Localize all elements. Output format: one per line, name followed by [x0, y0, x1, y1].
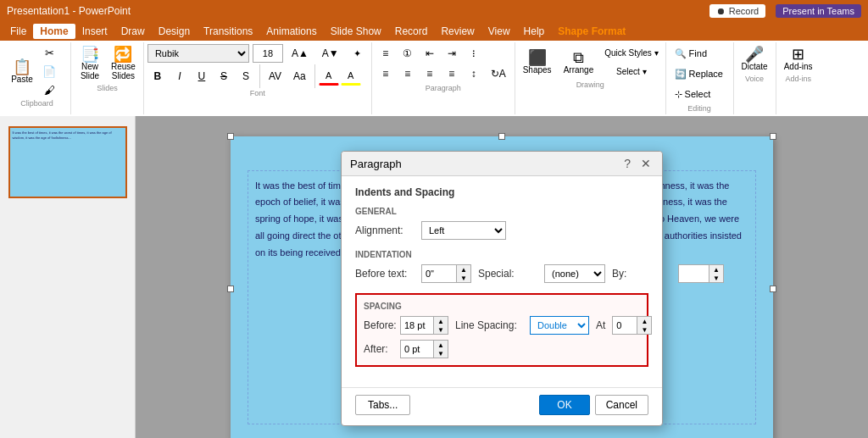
menu-shape-format[interactable]: Shape Format — [551, 24, 632, 39]
menu-transitions[interactable]: Transitions — [197, 24, 259, 39]
highlight-button[interactable]: A — [341, 67, 361, 86]
tabs-button[interactable]: Tabs... — [355, 395, 410, 415]
char-spacing-button[interactable]: AV — [264, 67, 287, 86]
drawing-label: Drawing — [519, 80, 662, 89]
change-case-button[interactable]: Aa — [288, 67, 311, 86]
ribbon-main: 📋 Paste ✂ 📄 🖌 Clipboard 📑 NewSlide � — [0, 41, 868, 116]
font-name-select[interactable]: Rubik — [147, 44, 249, 63]
justify-button[interactable]: ≡ — [442, 64, 462, 83]
font-size-input[interactable] — [253, 44, 283, 63]
ribbon-group-editing: 🔍 Find 🔄 Replace ⊹ Select Editing — [666, 42, 734, 114]
before-text-spin-btns: ▲ ▼ — [456, 265, 470, 282]
after-spacing-spin-btns: ▲ ▼ — [433, 341, 448, 358]
at-down[interactable]: ▼ — [637, 325, 651, 334]
shapes-button[interactable]: ⬛ Shapes — [519, 47, 556, 77]
special-select[interactable]: (none) First line Hanging — [544, 264, 605, 283]
select-editing-button[interactable]: ⊹ Select — [670, 85, 716, 103]
menu-file[interactable]: File — [3, 24, 33, 39]
font-row-1: Rubik A▲ A▼ ✦ — [147, 44, 368, 63]
dialog-close-button[interactable]: ✕ — [638, 157, 654, 170]
before-text-up[interactable]: ▲ — [457, 265, 470, 274]
new-slide-button[interactable]: 📑 NewSlide — [75, 44, 105, 83]
shapes-icon: ⬛ — [528, 50, 547, 65]
before-spacing-spinner: ▲ ▼ — [400, 316, 448, 335]
by-input[interactable] — [679, 265, 709, 282]
by-up[interactable]: ▲ — [709, 265, 723, 274]
align-left-button[interactable]: ≡ — [376, 64, 396, 83]
addins-button[interactable]: ⊞ Add-ins — [780, 44, 817, 74]
menu-view[interactable]: View — [481, 24, 517, 39]
clipboard-content: 📋 Paste ✂ 📄 🖌 — [7, 44, 59, 98]
clear-format-button[interactable]: ✦ — [348, 44, 368, 63]
cancel-button[interactable]: Cancel — [595, 395, 648, 415]
record-button[interactable]: ⏺ Record — [709, 4, 765, 18]
before-spacing-input[interactable] — [401, 317, 433, 334]
menu-record[interactable]: Record — [388, 24, 435, 39]
select-button[interactable]: Select ▾ — [601, 63, 661, 80]
align-right-button[interactable]: ≡ — [420, 64, 440, 83]
dictate-button[interactable]: 🎤 Dictate — [737, 44, 772, 74]
before-text-input[interactable] — [422, 265, 456, 282]
paste-label: Paste — [11, 75, 33, 84]
find-button[interactable]: 🔍 Find — [670, 44, 712, 63]
columns-button[interactable]: ⫶ — [464, 44, 484, 63]
menu-animations[interactable]: Animations — [259, 24, 323, 39]
line-spacing-button[interactable]: ↕ — [464, 64, 484, 83]
font-color-button[interactable]: A — [319, 67, 339, 86]
numbering-button[interactable]: ① — [398, 44, 418, 63]
dialog-body: Indents and Spacing General Alignment: L… — [342, 176, 662, 387]
bullets-button[interactable]: ≡ — [376, 44, 396, 63]
before-spacing-down[interactable]: ▼ — [434, 325, 448, 334]
format-painter-button[interactable]: 🖌 — [39, 81, 59, 98]
new-slide-label: NewSlide — [81, 62, 99, 80]
addins-label: Add-ins — [784, 62, 813, 71]
menu-help[interactable]: Help — [517, 24, 552, 39]
copy-button[interactable]: 📄 — [39, 63, 59, 80]
before-text-down[interactable]: ▼ — [457, 274, 470, 282]
reuse-icon: 🔁 — [114, 47, 132, 62]
by-down[interactable]: ▼ — [709, 274, 723, 282]
clipboard-sub: ✂ 📄 🖌 — [39, 44, 59, 98]
dialog-help-button[interactable]: ? — [621, 157, 633, 170]
paste-button[interactable]: 📋 Paste — [7, 57, 37, 86]
present-teams-button[interactable]: Present in Teams — [776, 4, 861, 18]
italic-button[interactable]: I — [170, 67, 190, 86]
record-label: Record — [729, 6, 759, 16]
menu-design[interactable]: Design — [152, 24, 197, 39]
underline-button[interactable]: U — [192, 67, 212, 86]
decrease-indent-button[interactable]: ⇤ — [420, 44, 440, 63]
text-direction-button[interactable]: ↻A — [486, 64, 511, 83]
decrease-font-button[interactable]: A▼ — [317, 44, 344, 63]
ribbon-group-font: Rubik A▲ A▼ ✦ B I U S S AV Aa — [144, 42, 372, 114]
increase-indent-button[interactable]: ⇥ — [442, 44, 462, 63]
slide-thumbnail[interactable]: It was the best of times, it was the wor… — [8, 126, 127, 198]
general-label: General — [355, 207, 648, 216]
menu-insert[interactable]: Insert — [75, 24, 114, 39]
replace-button[interactable]: 🔄 Replace — [670, 64, 728, 83]
bold-button[interactable]: B — [147, 67, 168, 86]
line-spacing-select[interactable]: Single 1.5 lines Double Exactly Multiple — [530, 316, 589, 335]
after-spacing-input[interactable] — [401, 341, 433, 358]
after-spacing-up[interactable]: ▲ — [434, 341, 448, 349]
at-input[interactable] — [613, 317, 637, 334]
arrange-button[interactable]: ⧉ Arrange — [559, 47, 598, 77]
menu-review[interactable]: Review — [434, 24, 481, 39]
app-title: Presentation1 - PowerPoint — [7, 5, 131, 17]
reuse-slides-button[interactable]: 🔁 ReuseSlides — [107, 44, 140, 83]
quick-styles-button[interactable]: Quick Styles ▾ — [601, 44, 661, 61]
dialog-section-header: Indents and Spacing — [355, 186, 648, 200]
cut-button[interactable]: ✂ — [39, 44, 59, 61]
increase-font-button[interactable]: A▲ — [287, 44, 314, 63]
after-spacing-down[interactable]: ▼ — [434, 349, 448, 358]
before-spacing-up[interactable]: ▲ — [434, 317, 448, 325]
menu-slideshow[interactable]: Slide Show — [324, 24, 388, 39]
menu-draw[interactable]: Draw — [114, 24, 152, 39]
alignment-select[interactable]: Left Center Right Justified — [421, 221, 506, 240]
strikethrough-button[interactable]: S — [214, 67, 234, 86]
para-row-1: ≡ ① ⇤ ⇥ ⫶ — [376, 44, 484, 63]
at-up[interactable]: ▲ — [637, 317, 651, 325]
ok-button[interactable]: OK — [539, 395, 589, 415]
shadow-button[interactable]: S — [236, 67, 256, 86]
align-center-button[interactable]: ≡ — [398, 64, 418, 83]
menu-home[interactable]: Home — [33, 24, 75, 39]
